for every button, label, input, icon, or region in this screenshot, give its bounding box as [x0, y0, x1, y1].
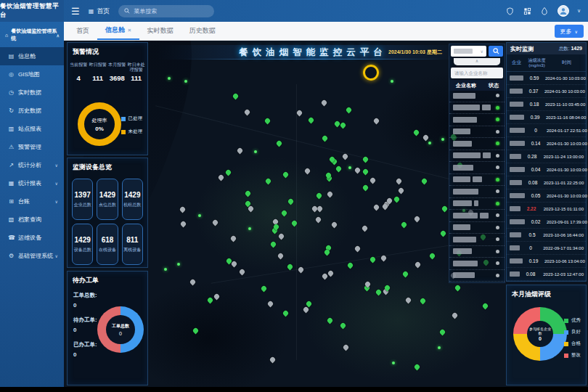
company-row[interactable] [449, 90, 505, 102]
company-row[interactable] [449, 126, 505, 139]
sidebar-item-dashboard[interactable]: ▤信息舱 [0, 47, 64, 65]
map-pin[interactable] [248, 205, 255, 213]
realtime-row[interactable]: 0.372024-01-30 10:03:00 [507, 85, 586, 98]
map-pin[interactable] [270, 241, 277, 248]
map-pin[interactable] [405, 297, 412, 304]
realtime-row[interactable]: 0.142024-01-30 10:03:00 [507, 137, 586, 150]
map-online-dot[interactable] [428, 142, 431, 144]
map-pin[interactable] [269, 356, 277, 364]
map-pin[interactable] [287, 264, 294, 271]
apps-icon[interactable] [523, 7, 532, 16]
map-pin[interactable] [413, 129, 420, 136]
map-pin[interactable] [296, 110, 303, 117]
map-pin[interactable] [354, 245, 362, 253]
map-online-dot[interactable] [348, 166, 351, 169]
realtime-row[interactable]: 0.082023-11-01 22:25:00 [507, 176, 586, 189]
shield-icon[interactable] [505, 7, 515, 16]
sidebar-item-statistics-report[interactable]: ▦统计报表∨ [0, 174, 64, 192]
map-pin[interactable] [362, 156, 369, 163]
sidebar-item-gis-map[interactable]: ◎GIS地图 [0, 65, 64, 83]
sidebar-item-history-data[interactable]: ↻历史数据 [0, 102, 64, 120]
map-pin[interactable] [454, 285, 462, 292]
realtime-row[interactable]: 0.192023-10-06 13:04:00 [507, 255, 586, 268]
map-pin[interactable] [335, 166, 343, 173]
map-pin[interactable] [321, 99, 328, 107]
company-row[interactable] [449, 246, 505, 258]
realtime-row[interactable]: 0.282023-11-24 13:00:00 [507, 150, 586, 163]
company-row[interactable] [449, 234, 505, 246]
map-pin[interactable] [340, 322, 347, 330]
sidebar-item-station-report[interactable]: ▥站点报表 [0, 120, 64, 138]
map-pin[interactable] [315, 216, 322, 224]
map-pin[interactable] [281, 210, 288, 217]
map-pin[interactable] [331, 221, 338, 229]
collapse-handle[interactable]: ∧ [454, 58, 500, 65]
map-pin[interactable] [327, 317, 334, 324]
company-row[interactable] [449, 114, 505, 126]
map-pin[interactable] [396, 178, 403, 185]
company-search-button[interactable] [489, 46, 503, 57]
user-avatar[interactable] [558, 5, 569, 17]
map-pin[interactable] [213, 293, 221, 301]
map-pin[interactable] [422, 134, 430, 142]
map-pin[interactable] [282, 171, 290, 179]
more-button[interactable]: 更多∨ [555, 25, 584, 38]
map-pin[interactable] [373, 204, 380, 211]
map-pin[interactable] [239, 269, 246, 276]
map-pin[interactable] [298, 266, 305, 274]
sidebar-item-archive-query[interactable]: ▧档案查询 [0, 211, 64, 229]
map-online-dot[interactable] [441, 138, 444, 141]
map-pin[interactable] [207, 297, 214, 304]
company-row[interactable] [449, 270, 505, 282]
map-pin[interactable] [347, 262, 354, 269]
company-row[interactable] [449, 222, 505, 234]
map-pin[interactable] [265, 178, 272, 185]
map-pin[interactable] [414, 364, 421, 371]
map-pin[interactable] [415, 261, 422, 269]
realtime-row[interactable]: 0.52023-10-06 16:44:00 [507, 229, 586, 242]
realtime-row[interactable]: 0.042024-01-30 10:03:00 [507, 163, 586, 176]
sidebar-item-device-ops[interactable]: ☎运维设备 [0, 229, 64, 247]
map-pin[interactable] [287, 198, 295, 205]
company-row[interactable] [449, 186, 505, 198]
map-pin[interactable] [276, 140, 283, 147]
map-pin[interactable] [420, 298, 427, 305]
map-pin[interactable] [362, 168, 369, 176]
tab-history-data[interactable]: 历史数据 [181, 22, 224, 40]
map-pin[interactable] [340, 122, 347, 129]
menu-toggle-icon[interactable]: ☰ [71, 6, 80, 17]
map-pin[interactable] [421, 178, 428, 185]
tab-realtime-data[interactable]: 实时数据 [139, 22, 181, 40]
map-pin[interactable] [218, 174, 225, 181]
map-pin[interactable] [267, 301, 274, 308]
realtime-row[interactable]: 0.182023-11-10 03:45:00 [507, 98, 586, 111]
map-pin[interactable] [291, 220, 298, 227]
map-pin[interactable] [393, 196, 401, 203]
map-online-dot[interactable] [391, 80, 393, 83]
map-pin[interactable] [180, 221, 187, 228]
map-pin[interactable] [232, 93, 240, 100]
realtime-row[interactable]: 0.392023-11-16 08:04:00 [507, 111, 586, 124]
map-pin[interactable] [322, 135, 329, 142]
map-pin[interactable] [244, 109, 251, 116]
map-online-dot[interactable] [164, 268, 167, 271]
company-row[interactable] [449, 102, 505, 115]
map-pin[interactable] [362, 184, 369, 192]
map-pin[interactable] [192, 327, 200, 335]
map-pin[interactable] [342, 153, 349, 160]
map-pin[interactable] [401, 221, 408, 229]
tab-info-cabin[interactable]: 信息舱× [97, 22, 139, 40]
map-pin[interactable] [245, 190, 252, 197]
map-online-dot[interactable] [254, 150, 257, 153]
map-pin[interactable] [369, 177, 377, 184]
tab-home[interactable]: 首页 [68, 22, 97, 40]
sidebar-item-alert-manage[interactable]: ⚠预警管理 [0, 138, 64, 156]
map-pin[interactable] [380, 255, 388, 262]
company-row[interactable] [449, 162, 505, 174]
sidebar-item-base-system[interactable]: ⚙基础管理系统∨ [0, 247, 64, 265]
map-pin[interactable] [225, 169, 232, 176]
company-row[interactable] [449, 198, 505, 211]
map-pin[interactable] [441, 205, 449, 213]
map-online-dot[interactable] [438, 346, 441, 349]
notification-icon[interactable] [540, 7, 550, 16]
